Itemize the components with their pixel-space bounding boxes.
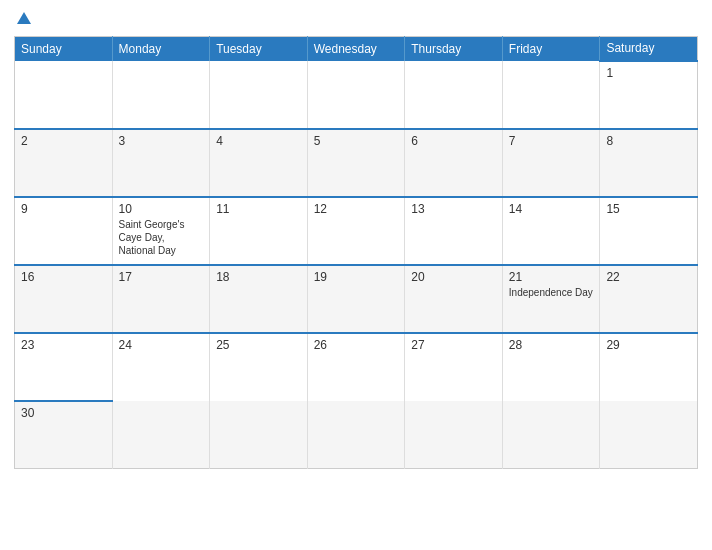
calendar-cell: 15 <box>600 197 698 265</box>
calendar-week-row: 161718192021Independence Day22 <box>15 265 698 333</box>
calendar-cell: 7 <box>502 129 600 197</box>
calendar-cell <box>307 401 405 469</box>
calendar-cell <box>210 401 308 469</box>
calendar-cell: 8 <box>600 129 698 197</box>
calendar-cell: 25 <box>210 333 308 401</box>
calendar-cell: 17 <box>112 265 210 333</box>
day-number: 15 <box>606 202 691 216</box>
calendar-cell: 6 <box>405 129 503 197</box>
day-number: 7 <box>509 134 594 148</box>
day-header-saturday: Saturday <box>600 37 698 61</box>
calendar-cell: 3 <box>112 129 210 197</box>
day-number: 16 <box>21 270 106 284</box>
calendar-cell: 18 <box>210 265 308 333</box>
calendar-cell: 4 <box>210 129 308 197</box>
day-header-wednesday: Wednesday <box>307 37 405 61</box>
calendar-cell <box>502 401 600 469</box>
calendar-cell: 22 <box>600 265 698 333</box>
day-number: 4 <box>216 134 301 148</box>
day-number: 23 <box>21 338 106 352</box>
day-number: 29 <box>606 338 691 352</box>
calendar-event: Saint George's Caye Day, National Day <box>119 218 204 257</box>
calendar-cell: 11 <box>210 197 308 265</box>
day-header-monday: Monday <box>112 37 210 61</box>
calendar-cell <box>307 61 405 129</box>
calendar-cell: 1 <box>600 61 698 129</box>
calendar-cell: 9 <box>15 197 113 265</box>
day-number: 5 <box>314 134 399 148</box>
day-number: 30 <box>21 406 106 420</box>
day-number: 24 <box>119 338 204 352</box>
day-header-tuesday: Tuesday <box>210 37 308 61</box>
calendar-page: SundayMondayTuesdayWednesdayThursdayFrid… <box>0 0 712 550</box>
calendar-cell: 28 <box>502 333 600 401</box>
day-number: 2 <box>21 134 106 148</box>
calendar-cell <box>15 61 113 129</box>
calendar-cell: 26 <box>307 333 405 401</box>
day-number: 9 <box>21 202 106 216</box>
calendar-cell: 14 <box>502 197 600 265</box>
calendar-event: Independence Day <box>509 286 594 299</box>
day-number: 27 <box>411 338 496 352</box>
calendar-cell: 10Saint George's Caye Day, National Day <box>112 197 210 265</box>
logo-icon <box>15 10 33 28</box>
calendar-cell <box>600 401 698 469</box>
day-number: 21 <box>509 270 594 284</box>
day-number: 6 <box>411 134 496 148</box>
calendar-cell <box>405 401 503 469</box>
day-number: 14 <box>509 202 594 216</box>
day-number: 26 <box>314 338 399 352</box>
day-number: 8 <box>606 134 691 148</box>
calendar-cell <box>210 61 308 129</box>
calendar-week-row: 23242526272829 <box>15 333 698 401</box>
calendar-week-row: 910Saint George's Caye Day, National Day… <box>15 197 698 265</box>
calendar-week-row: 30 <box>15 401 698 469</box>
calendar-cell: 24 <box>112 333 210 401</box>
day-number: 1 <box>606 66 691 80</box>
day-number: 3 <box>119 134 204 148</box>
calendar-cell: 27 <box>405 333 503 401</box>
calendar-cell: 5 <box>307 129 405 197</box>
calendar-cell: 16 <box>15 265 113 333</box>
day-number: 10 <box>119 202 204 216</box>
calendar-cell: 19 <box>307 265 405 333</box>
day-number: 22 <box>606 270 691 284</box>
day-number: 13 <box>411 202 496 216</box>
calendar-cell: 2 <box>15 129 113 197</box>
calendar-cell: 12 <box>307 197 405 265</box>
calendar-cell: 20 <box>405 265 503 333</box>
calendar-cell <box>112 61 210 129</box>
page-header <box>14 10 698 28</box>
calendar-cell: 29 <box>600 333 698 401</box>
day-number: 25 <box>216 338 301 352</box>
day-number: 12 <box>314 202 399 216</box>
calendar-cell: 21Independence Day <box>502 265 600 333</box>
calendar-header-row: SundayMondayTuesdayWednesdayThursdayFrid… <box>15 37 698 61</box>
calendar-cell <box>112 401 210 469</box>
calendar-cell: 23 <box>15 333 113 401</box>
day-number: 18 <box>216 270 301 284</box>
logo <box>14 10 35 28</box>
svg-marker-0 <box>17 12 31 24</box>
day-number: 17 <box>119 270 204 284</box>
calendar-cell <box>502 61 600 129</box>
calendar-week-row: 2345678 <box>15 129 698 197</box>
calendar-week-row: 1 <box>15 61 698 129</box>
calendar-cell: 13 <box>405 197 503 265</box>
day-number: 20 <box>411 270 496 284</box>
day-header-thursday: Thursday <box>405 37 503 61</box>
day-number: 19 <box>314 270 399 284</box>
day-header-sunday: Sunday <box>15 37 113 61</box>
calendar-cell <box>405 61 503 129</box>
day-number: 11 <box>216 202 301 216</box>
calendar-table: SundayMondayTuesdayWednesdayThursdayFrid… <box>14 36 698 469</box>
day-number: 28 <box>509 338 594 352</box>
calendar-cell: 30 <box>15 401 113 469</box>
day-header-friday: Friday <box>502 37 600 61</box>
